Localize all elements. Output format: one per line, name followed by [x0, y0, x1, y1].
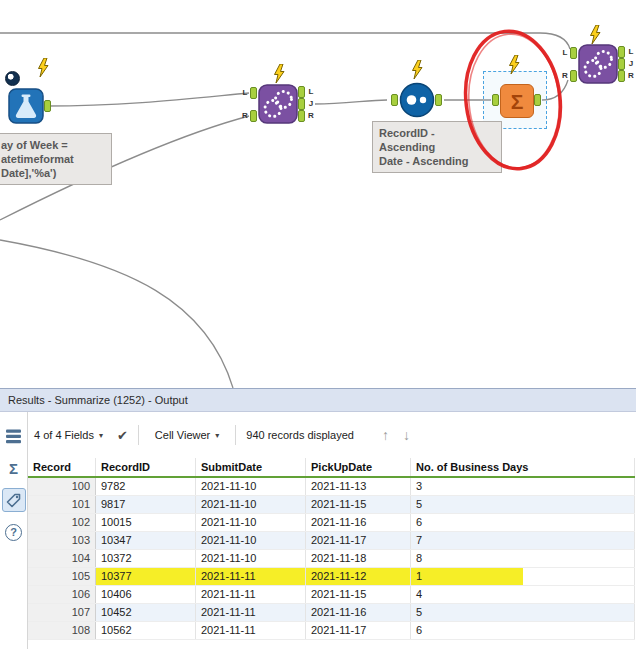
results-header-row: RecordRecordIDSubmitDatePickUpDateNo. of… — [28, 458, 635, 478]
table-cell[interactable]: 2021-11-10 — [196, 496, 306, 513]
join-output-L-anchor[interactable] — [618, 46, 625, 58]
table-cell[interactable]: 10452 — [96, 604, 196, 621]
cell-viewer-dropdown[interactable]: Cell Viewer ▾ — [149, 426, 225, 444]
table-cell[interactable]: 2021-11-10 — [196, 478, 306, 495]
table-cell[interactable]: 10347 — [96, 532, 196, 549]
table-cell[interactable]: 7 — [411, 532, 635, 549]
arrow-down-icon[interactable]: ↓ — [403, 427, 410, 443]
table-cell[interactable]: 4 — [411, 586, 635, 603]
table-cell[interactable]: 2021-11-13 — [306, 478, 411, 495]
column-header[interactable]: SubmitDate — [196, 458, 306, 476]
table-cell[interactable]: 2021-11-11 — [196, 586, 306, 603]
join-tool-left[interactable] — [258, 84, 298, 124]
table-cell[interactable]: 10015 — [96, 514, 196, 531]
sort-output-anchor[interactable] — [435, 94, 442, 106]
connection-wires — [0, 0, 636, 388]
join-icon — [258, 84, 298, 124]
table-cell[interactable]: 2021-11-10 — [196, 514, 306, 531]
join-input-L-anchor[interactable] — [250, 87, 257, 99]
sort-input-anchor[interactable] — [391, 94, 398, 106]
column-header[interactable]: Record — [28, 458, 96, 476]
results-table-rows: 10097822021-11-102021-11-13310198172021-… — [28, 478, 635, 640]
record-number-cell: 105 — [28, 568, 96, 585]
table-cell[interactable]: 2021-11-15 — [306, 586, 411, 603]
table-cell[interactable]: 2021-11-16 — [306, 514, 411, 531]
table-row[interactable]: 103103472021-11-102021-11-177 — [28, 532, 635, 550]
table-cell[interactable]: 10406 — [96, 586, 196, 603]
results-body: Σ ? 4 of 4 Fields ▾ ✔ — [0, 412, 636, 649]
join-input-L-anchor[interactable] — [570, 47, 577, 59]
table-row[interactable]: 108105622021-11-112021-11-176 — [28, 622, 635, 640]
table-cell[interactable]: 10372 — [96, 550, 196, 567]
fields-dropdown[interactable]: 4 of 4 Fields ▾ — [28, 426, 109, 444]
table-row[interactable]: 105103772021-11-112021-11-121 — [28, 568, 635, 586]
join-input-R-anchor[interactable] — [250, 110, 257, 122]
table-row[interactable]: 10097822021-11-102021-11-133 — [28, 478, 635, 496]
record-number-cell: 106 — [28, 586, 96, 603]
table-cell[interactable]: 2021-11-11 — [196, 604, 306, 621]
join-output-J-anchor[interactable] — [618, 58, 625, 70]
sort-annotation[interactable]: RecordID - Ascending Date - Ascending — [372, 121, 502, 173]
table-row[interactable]: 107104522021-11-112021-11-165 — [28, 604, 635, 622]
table-cell[interactable]: 10562 — [96, 622, 196, 639]
join-output-R-anchor[interactable] — [618, 70, 625, 82]
table-cell[interactable]: 2021-11-18 — [306, 550, 411, 567]
record-number-cell: 101 — [28, 496, 96, 513]
table-cell[interactable]: 2021-11-17 — [306, 622, 411, 639]
profile-view-button[interactable]: Σ — [2, 456, 26, 480]
join-tool-right[interactable] — [578, 44, 618, 84]
arrow-up-icon[interactable]: ↑ — [382, 427, 389, 443]
workflow-canvas[interactable]: ay of Week = atetimeformat Date],'%a') L… — [0, 0, 636, 388]
results-pane: Results - Summarize (1252) - Output Σ — [0, 388, 636, 649]
join-output-J-anchor[interactable] — [298, 98, 305, 110]
anchor-label-L: L — [561, 47, 569, 59]
table-cell[interactable]: 2021-11-11 — [196, 622, 306, 639]
table-row[interactable]: 102100152021-11-102021-11-166 — [28, 514, 635, 532]
table-cell[interactable]: 2021-11-15 — [306, 496, 411, 513]
join-output-R-anchor[interactable] — [298, 110, 305, 122]
table-cell[interactable]: 6 — [411, 622, 635, 639]
lightning-icon — [410, 60, 424, 79]
chevron-down-icon: ▾ — [215, 431, 219, 440]
table-cell[interactable]: 2021-11-12 — [306, 568, 411, 585]
metadata-view-button[interactable] — [2, 488, 26, 512]
help-button[interactable]: ? — [2, 520, 26, 544]
table-cell[interactable]: 5 — [411, 496, 635, 513]
column-header[interactable]: PickUpDate — [306, 458, 411, 476]
table-cell[interactable]: 10377 — [96, 568, 196, 585]
anchor-label-L: L — [307, 86, 315, 98]
table-cell[interactable]: 9817 — [96, 496, 196, 513]
summarize-input-anchor[interactable] — [492, 94, 499, 106]
join-input-R-anchor[interactable] — [570, 70, 577, 82]
table-row[interactable]: 104103722021-11-102021-11-188 — [28, 550, 635, 568]
table-cell[interactable]: 2021-11-10 — [196, 532, 306, 549]
table-cell[interactable]: 2021-11-16 — [306, 604, 411, 621]
summarize-tool[interactable]: Σ — [500, 84, 534, 118]
table-cell[interactable]: 2021-11-17 — [306, 532, 411, 549]
table-cell[interactable]: 1 — [411, 568, 635, 585]
record-number-cell: 104 — [28, 550, 96, 567]
data-view-button[interactable] — [2, 424, 26, 448]
results-sidebar: Σ ? — [0, 412, 28, 649]
table-row[interactable]: 106104062021-11-112021-11-154 — [28, 586, 635, 604]
apply-check-icon[interactable]: ✔ — [117, 428, 128, 443]
table-cell[interactable]: 3 — [411, 478, 635, 495]
formula-flask-icon — [8, 88, 44, 124]
results-titlebar[interactable]: Results - Summarize (1252) - Output — [0, 388, 636, 412]
table-cell[interactable]: 2021-11-10 — [196, 550, 306, 567]
formula-output-anchor[interactable] — [44, 100, 51, 112]
table-cell[interactable]: 8 — [411, 550, 635, 567]
join-output-L-anchor[interactable] — [298, 86, 305, 98]
summarize-output-anchor[interactable] — [534, 94, 541, 106]
table-cell[interactable]: 5 — [411, 604, 635, 621]
table-cell[interactable]: 2021-11-11 — [196, 568, 306, 585]
sort-tool[interactable] — [399, 82, 435, 118]
formula-annotation[interactable]: ay of Week = atetimeformat Date],'%a') — [0, 133, 112, 185]
formula-tool[interactable] — [8, 88, 44, 124]
table-cell[interactable]: 9782 — [96, 478, 196, 495]
cell-viewer-label: Cell Viewer — [155, 429, 210, 441]
table-cell[interactable]: 6 — [411, 514, 635, 531]
column-header[interactable]: No. of Business Days — [411, 458, 635, 476]
table-row[interactable]: 10198172021-11-102021-11-155 — [28, 496, 635, 514]
column-header[interactable]: RecordID — [96, 458, 196, 476]
